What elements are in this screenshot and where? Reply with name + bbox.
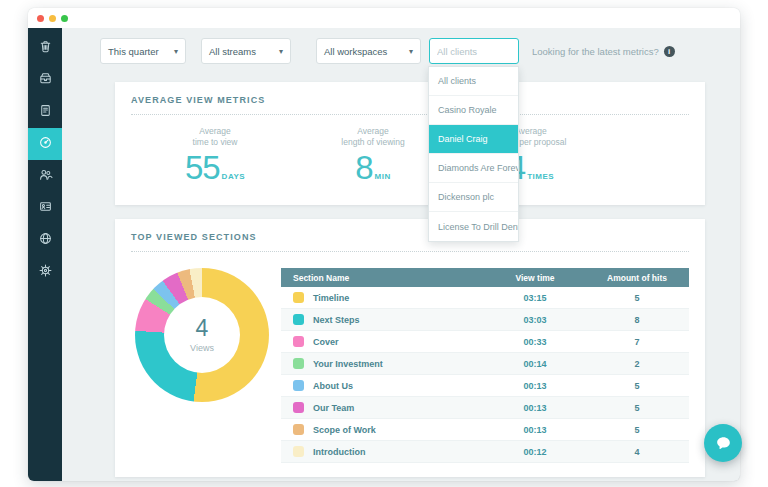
sidebar-item-globe[interactable]: [28, 224, 62, 256]
hit-count: 7: [585, 337, 689, 347]
chevron-down-icon: ▾: [174, 47, 178, 56]
client-dropdown-menu: All clientsCasino RoyaleDaniel CraigDiam…: [428, 66, 519, 242]
metrics-hint: Looking for the latest metrics? i: [532, 46, 675, 57]
section-name: Next Steps: [313, 315, 360, 325]
dropdown-item[interactable]: All clients: [429, 67, 518, 96]
column-section-name: Section Name: [281, 273, 485, 283]
section-name: Our Team: [313, 403, 354, 413]
client-filter-input[interactable]: [429, 38, 519, 64]
section-name-cell: Timeline: [281, 292, 485, 303]
sidebar-item-people[interactable]: [28, 160, 62, 192]
dropdown-item[interactable]: Casino Royale: [429, 96, 518, 125]
dropdown-item[interactable]: Daniel Craig: [429, 125, 518, 154]
chat-bubble-icon: [714, 434, 733, 453]
sidebar-item-bucket[interactable]: [28, 32, 62, 64]
metrics-row: Averagetime to view55DAYSAveragelength o…: [131, 115, 601, 184]
period-select[interactable]: This quarter ▾: [100, 38, 186, 64]
minimize-button[interactable]: [49, 15, 56, 22]
table-row: Cover00:337: [281, 331, 689, 353]
people-icon: [38, 167, 53, 186]
streams-select-value: All streams: [209, 46, 256, 57]
table-body: Timeline03:155Next Steps03:038Cover00:33…: [281, 287, 689, 463]
section-color-swatch: [293, 292, 304, 303]
metric-unit: TIMES: [527, 172, 554, 181]
table-row: Scope of Work00:135: [281, 419, 689, 441]
section-name: Your Investment: [313, 359, 383, 369]
view-time: 00:14: [485, 359, 585, 369]
hit-count: 5: [585, 425, 689, 435]
hit-count: 4: [585, 447, 689, 457]
bucket-icon: [38, 39, 53, 58]
hit-count: 5: [585, 381, 689, 391]
info-icon[interactable]: i: [664, 46, 675, 57]
sidebar-item-drawer[interactable]: [28, 64, 62, 96]
section-color-swatch: [293, 424, 304, 435]
section-color-swatch: [293, 314, 304, 325]
view-time: 03:03: [485, 315, 585, 325]
section-color-swatch: [293, 402, 304, 413]
section-name-cell: Introduction: [281, 446, 485, 457]
view-time: 00:13: [485, 381, 585, 391]
sidebar-item-contact-card[interactable]: [28, 192, 62, 224]
dropdown-item[interactable]: Dickenson plc: [429, 183, 518, 212]
view-time: 00:13: [485, 425, 585, 435]
metric-label: Averagetime to view: [145, 126, 285, 148]
section-name: About Us: [313, 381, 353, 391]
view-time: 00:12: [485, 447, 585, 457]
sidebar: [28, 28, 62, 481]
donut-chart: 4 Views: [131, 268, 281, 463]
window-body: This quarter ▾ All streams ▾ All workspa…: [28, 28, 740, 481]
section-name: Scope of Work: [313, 425, 376, 435]
metric-value: 55DAYS: [145, 151, 285, 184]
workspaces-select-value: All workspaces: [324, 46, 387, 57]
donut-center-label: Views: [190, 343, 214, 353]
section-name-cell: Scope of Work: [281, 424, 485, 435]
hit-count: 8: [585, 315, 689, 325]
table-row: Our Team00:135: [281, 397, 689, 419]
chevron-down-icon: ▾: [409, 47, 413, 56]
average-view-metrics-panel: AVERAGE VIEW METRICS Averagetime to view…: [115, 82, 705, 205]
view-time: 00:13: [485, 403, 585, 413]
metric: Averagetime to view55DAYS: [145, 126, 285, 184]
sidebar-item-gear[interactable]: [28, 256, 62, 288]
sidebar-item-document[interactable]: [28, 96, 62, 128]
zoom-button[interactable]: [61, 15, 68, 22]
table-row: Your Investment00:142: [281, 353, 689, 375]
metric-number: 55: [185, 151, 220, 184]
dropdown-item[interactable]: License To Drill Denti...: [429, 212, 518, 241]
sections-table: Section Name View time Amount of hits Ti…: [281, 268, 689, 463]
workspaces-select[interactable]: All workspaces ▾: [316, 38, 421, 64]
top-viewed-sections-panel: TOP VIEWED SECTIONS 4 Views Sectio: [115, 219, 705, 477]
section-name: Cover: [313, 337, 339, 347]
table-row: Introduction00:124: [281, 441, 689, 463]
hit-count: 2: [585, 359, 689, 369]
section-name-cell: Our Team: [281, 402, 485, 413]
contact-card-icon: [38, 199, 53, 218]
sections-content: 4 Views Section Name View time Amount of…: [131, 252, 689, 463]
table-row: About Us00:135: [281, 375, 689, 397]
streams-select[interactable]: All streams ▾: [201, 38, 291, 64]
chat-launcher[interactable]: [704, 424, 742, 462]
metrics-hint-text: Looking for the latest metrics?: [532, 46, 659, 57]
donut-ring: 4 Views: [135, 268, 269, 402]
hit-count: 5: [585, 293, 689, 303]
section-name: Timeline: [313, 293, 349, 303]
metric-number: 8: [355, 151, 372, 184]
section-name-cell: Cover: [281, 336, 485, 347]
section-name-cell: Next Steps: [281, 314, 485, 325]
document-icon: [38, 103, 53, 122]
sidebar-item-gauge[interactable]: [28, 128, 62, 160]
section-color-swatch: [293, 336, 304, 347]
section-color-swatch: [293, 358, 304, 369]
metric-value: 8MIN: [303, 151, 443, 184]
view-time: 00:33: [485, 337, 585, 347]
dropdown-item[interactable]: Diamonds Are Forev...: [429, 154, 518, 183]
view-time: 03:15: [485, 293, 585, 303]
donut-center: 4 Views: [164, 297, 240, 373]
close-button[interactable]: [37, 15, 44, 22]
sections-panel-title: TOP VIEWED SECTIONS: [131, 232, 689, 242]
column-amount-of-hits: Amount of hits: [585, 273, 689, 283]
gauge-icon: [38, 135, 53, 154]
section-color-swatch: [293, 380, 304, 391]
app-window: This quarter ▾ All streams ▾ All workspa…: [28, 8, 740, 481]
